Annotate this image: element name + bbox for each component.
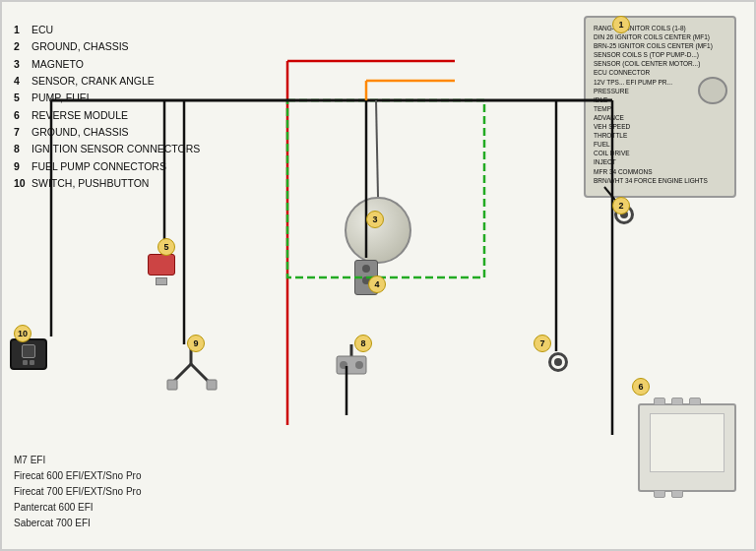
bottom-text-line: Firecat 700 EFI/EXT/Sno Pro [14, 484, 142, 500]
bottom-text: M7 EFIFirecat 600 EFI/EXT/Sno ProFirecat… [14, 453, 142, 531]
bottom-text-line: M7 EFI [14, 453, 142, 468]
badge-10: 10 [14, 325, 32, 342]
svg-line-22 [376, 100, 378, 197]
svg-rect-11 [287, 100, 484, 277]
badge-1: 1 [612, 16, 630, 33]
bottom-text-line: Firecat 600 EFI/EXT/Sno Pro [14, 468, 142, 484]
badge-6: 6 [632, 378, 650, 396]
badge-7: 7 [534, 335, 551, 352]
badge-2: 2 [612, 197, 630, 214]
diagram-container: 1ECU2GROUND, CHASSIS3MAGNETO4SENSOR, CRA… [0, 0, 756, 551]
bottom-text-line: Pantercat 600 EFI [14, 500, 142, 516]
badge-8: 8 [354, 335, 372, 352]
badge-3: 3 [366, 211, 384, 228]
bottom-text-line: Sabercat 700 EFI [14, 516, 142, 531]
badge-9: 9 [187, 335, 205, 352]
badge-5: 5 [158, 238, 175, 256]
badge-4: 4 [368, 276, 386, 293]
